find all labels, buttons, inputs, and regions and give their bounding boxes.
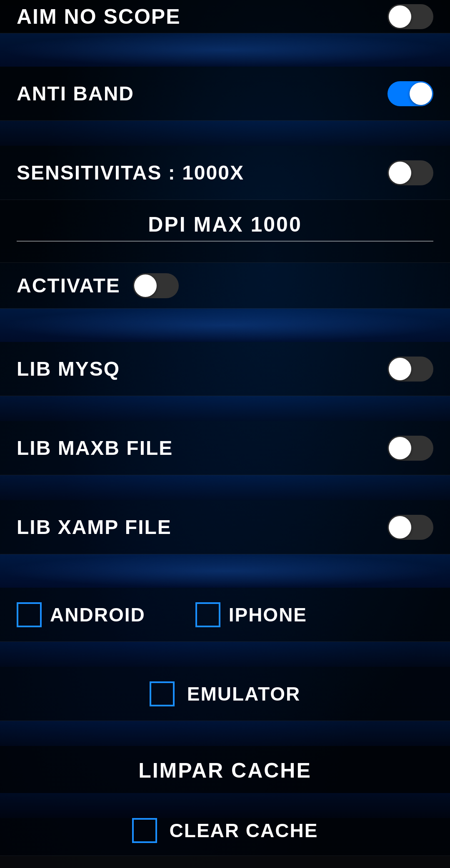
android-checkbox-item: ANDROID bbox=[17, 602, 145, 627]
clear-cache-checkbox[interactable] bbox=[132, 818, 157, 843]
lib-xamp-toggle[interactable] bbox=[388, 515, 433, 540]
lib-maxb-row: LIB MAXB FILE bbox=[0, 421, 450, 475]
limpar-cache-title: LIMPAR CACHE bbox=[0, 746, 450, 793]
lib-mysq-knob bbox=[389, 358, 411, 380]
limpar-cache-section: LIMPAR CACHE CLEAR CACHE bbox=[0, 746, 450, 856]
lib-mysq-toggle[interactable] bbox=[388, 357, 433, 382]
emulator-label: EMULATOR bbox=[187, 683, 300, 705]
booster-section: BOOSTER bbox=[0, 856, 450, 868]
sensitivitas-knob bbox=[389, 162, 411, 184]
dpi-section: DPI MAX 1000 bbox=[0, 200, 450, 263]
divider-9 bbox=[0, 793, 450, 818]
divider-6 bbox=[0, 554, 450, 588]
divider-8 bbox=[0, 721, 450, 746]
activate-knob bbox=[134, 274, 157, 297]
lib-xamp-knob bbox=[389, 516, 411, 539]
activate-label: ACTIVATE bbox=[17, 274, 120, 297]
divider-4 bbox=[0, 396, 450, 421]
anti-band-label: ANTI BAND bbox=[17, 82, 134, 105]
android-label: ANDROID bbox=[50, 604, 145, 626]
activate-row: ACTIVATE bbox=[0, 263, 450, 309]
iphone-label: IPHONE bbox=[229, 604, 307, 626]
anti-band-row: ANTI BAND bbox=[0, 67, 450, 121]
divider-1 bbox=[0, 33, 450, 67]
divider-7 bbox=[0, 642, 450, 667]
emulator-row: EMULATOR bbox=[0, 667, 450, 721]
aim-no-scope-knob bbox=[389, 5, 411, 28]
sensitivitas-row: SENSITIVITAS : 1000X bbox=[0, 146, 450, 200]
clear-cache-label: CLEAR CACHE bbox=[170, 819, 318, 842]
activate-toggle[interactable] bbox=[133, 273, 179, 298]
divider-3 bbox=[0, 309, 450, 342]
lib-xamp-row: LIB XAMP FILE bbox=[0, 500, 450, 554]
lib-maxb-label: LIB MAXB FILE bbox=[17, 436, 173, 459]
emulator-checkbox[interactable] bbox=[150, 681, 175, 706]
iphone-checkbox-item: IPHONE bbox=[195, 602, 307, 627]
lib-mysq-label: LIB MYSQ bbox=[17, 357, 120, 380]
aim-no-scope-toggle[interactable] bbox=[388, 4, 433, 29]
anti-band-toggle[interactable] bbox=[388, 81, 433, 106]
dpi-title: DPI MAX 1000 bbox=[17, 212, 433, 242]
android-iphone-row: ANDROID IPHONE bbox=[0, 588, 450, 642]
lib-maxb-knob bbox=[389, 437, 411, 459]
iphone-checkbox[interactable] bbox=[195, 602, 220, 627]
aim-no-scope-row: AIM NO SCOPE bbox=[0, 0, 450, 33]
anti-band-knob bbox=[410, 82, 432, 105]
sensitivitas-toggle[interactable] bbox=[388, 160, 433, 185]
aim-no-scope-label: AIM NO SCOPE bbox=[17, 5, 180, 29]
sensitivitas-label: SENSITIVITAS : 1000X bbox=[17, 161, 244, 184]
clear-cache-row: CLEAR CACHE bbox=[0, 818, 450, 856]
lib-mysq-row: LIB MYSQ bbox=[0, 342, 450, 396]
divider-2 bbox=[0, 121, 450, 146]
divider-5 bbox=[0, 475, 450, 500]
lib-xamp-label: LIB XAMP FILE bbox=[17, 516, 172, 539]
lib-maxb-toggle[interactable] bbox=[388, 436, 433, 461]
android-checkbox[interactable] bbox=[17, 602, 42, 627]
